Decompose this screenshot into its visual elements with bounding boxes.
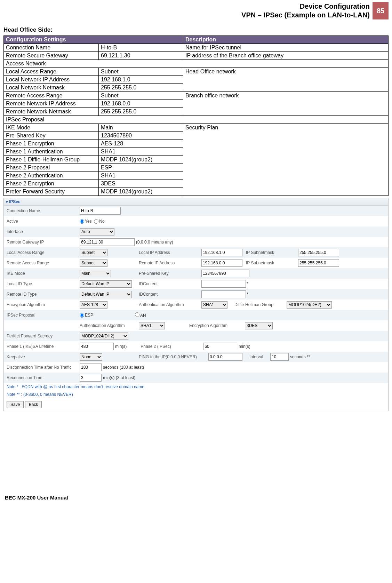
local-access-range-select[interactable]: Subnet bbox=[80, 249, 107, 256]
interval-input[interactable] bbox=[270, 353, 289, 361]
remote-idcontent-input[interactable] bbox=[201, 290, 246, 298]
cell: Remote Access Range bbox=[4, 92, 99, 100]
local-subnet-input[interactable] bbox=[298, 249, 339, 256]
cell: Phase 1 Authentication bbox=[4, 148, 99, 156]
lbl-ipsn2: IP Subnetmask bbox=[246, 261, 298, 265]
cell: Prefer Forward Security bbox=[4, 188, 99, 196]
cell: Phase 2 Authentication bbox=[4, 172, 99, 180]
page-number: 85 bbox=[373, 2, 389, 19]
ah-radio[interactable] bbox=[135, 312, 139, 317]
local-idcontent-input[interactable] bbox=[201, 280, 246, 288]
ike-mode-select[interactable]: Main bbox=[80, 270, 111, 277]
cell: Subnet bbox=[99, 68, 183, 76]
recon-time-input[interactable] bbox=[80, 374, 102, 382]
lbl-p1life: Phase 1 (IKE)SA Lifetime bbox=[7, 344, 80, 349]
lbl-lar: Local Access Range bbox=[7, 250, 80, 255]
local-ip-input[interactable] bbox=[201, 249, 242, 256]
active-yes-radio[interactable] bbox=[80, 219, 84, 224]
lbl-idc2: IDContent bbox=[139, 292, 201, 297]
cell: Subnet bbox=[99, 92, 183, 100]
ping-ip-input[interactable] bbox=[208, 353, 242, 361]
cell: Phase 1 Encryption bbox=[4, 140, 99, 148]
p2-enc-select[interactable]: 3DES bbox=[245, 322, 273, 329]
cell: MODP 1024(group2) bbox=[99, 188, 183, 196]
lbl-enc2: Encryption Algorithm bbox=[189, 323, 245, 328]
cell: Phase 2 Proposal bbox=[4, 164, 99, 172]
lbl-dhg: Diffie-Hellman Group bbox=[234, 302, 287, 307]
cell: MODP 1024(group2) bbox=[99, 156, 183, 164]
ipsec-form-screenshot: IPSec Connection Name ActiveYes No Inter… bbox=[3, 198, 389, 411]
sec-label: seconds ** bbox=[290, 354, 310, 359]
cell: Remote Network IP Address bbox=[4, 100, 99, 108]
cell: Phase 2 Encryption bbox=[4, 180, 99, 188]
lbl-ridt: Remote ID Type bbox=[7, 292, 80, 297]
lbl-yes: Yes bbox=[85, 219, 92, 224]
lbl-keepalive: Keepalive bbox=[7, 354, 80, 359]
esp-radio[interactable] bbox=[80, 313, 84, 318]
th-settings: Configuration Settings bbox=[4, 36, 183, 44]
cell: IPSec Proposal bbox=[4, 116, 389, 124]
active-no-radio[interactable] bbox=[94, 219, 98, 224]
cell: Connection Name bbox=[4, 44, 99, 52]
section-title: Head Office Side: bbox=[3, 26, 389, 33]
cell: Main bbox=[99, 124, 183, 132]
th-desc: Description bbox=[183, 36, 389, 44]
p2-auth-select[interactable]: SHA1 bbox=[139, 322, 165, 329]
disc-time-input[interactable] bbox=[80, 364, 102, 371]
asterisk: * bbox=[247, 292, 248, 297]
cell: Name for IPSec tunnel bbox=[183, 44, 389, 52]
lbl-interface: Interface bbox=[7, 229, 80, 234]
p2-lifetime-input[interactable] bbox=[203, 343, 237, 350]
keepalive-select[interactable]: None bbox=[80, 353, 102, 361]
cell: Security Plan bbox=[183, 124, 389, 196]
asterisk: * bbox=[247, 281, 248, 286]
rgw-hint: (0.0.0.0 means any) bbox=[136, 240, 173, 245]
local-id-type-select[interactable]: Default Wan IP bbox=[80, 280, 132, 288]
cell: 255.255.255.0 bbox=[99, 108, 183, 116]
footer-text: BEC MX-200 User Manual bbox=[3, 495, 389, 501]
pfs-select[interactable]: MODP1024(DH2) bbox=[80, 333, 128, 340]
cell: Access Network bbox=[4, 60, 389, 68]
cell: 1234567890 bbox=[99, 132, 183, 140]
remote-access-range-select[interactable]: Subnet bbox=[80, 259, 107, 267]
cell: 192.168.1.0 bbox=[99, 76, 183, 84]
header-line2: VPN – IPSec (Example on LAN-to-LAN) bbox=[241, 11, 370, 19]
p1-lifetime-input[interactable] bbox=[80, 343, 114, 350]
lbl-ipsn: IP Subnetmask bbox=[246, 250, 298, 255]
lbl-auth2: Authentication Algorithm bbox=[80, 323, 139, 328]
back-button[interactable]: Back bbox=[25, 401, 42, 408]
enc-alg-select[interactable]: AES-128 bbox=[80, 301, 107, 309]
lbl-recon: Reconnection Time bbox=[7, 375, 80, 380]
lbl-lip: Local IP Address bbox=[139, 250, 201, 255]
lbl-interval: Interval bbox=[249, 354, 270, 359]
auth-alg-select[interactable]: SHA1 bbox=[201, 301, 227, 309]
lbl-ipsecprop: IPSec Proposal bbox=[7, 313, 80, 318]
cell: 192.168.0.0 bbox=[99, 100, 183, 108]
note-2: Note ** : (0-3600, 0 means NEVER) bbox=[4, 391, 388, 398]
lbl-lidt: Local ID Type bbox=[7, 281, 80, 286]
lbl-enc: Encryption Algorithm bbox=[7, 302, 80, 307]
cell: H-to-B bbox=[99, 44, 183, 52]
remote-gateway-input[interactable] bbox=[80, 238, 135, 246]
cell: Local Network IP Address bbox=[4, 76, 99, 84]
dh-group-select[interactable]: MODP1024(DH2) bbox=[287, 301, 332, 309]
cell: Local Access Range bbox=[4, 68, 99, 76]
interface-select[interactable]: Auto bbox=[80, 228, 114, 235]
psk-input[interactable] bbox=[201, 270, 249, 277]
remote-ip-input[interactable] bbox=[201, 259, 242, 267]
remote-id-type-select[interactable]: Default Wan IP bbox=[80, 291, 132, 298]
cell: SHA1 bbox=[99, 148, 183, 156]
remote-subnet-input[interactable] bbox=[298, 259, 339, 267]
lbl-idc: IDContent bbox=[139, 281, 201, 286]
lbl-esp: ESP bbox=[85, 313, 93, 318]
lbl-rar: Remote Access Range bbox=[7, 261, 80, 265]
cell: Remote Secure Gateway bbox=[4, 52, 99, 60]
lbl-conn-name: Connection Name bbox=[7, 208, 80, 213]
cell: Head Office network bbox=[183, 68, 389, 92]
lbl-p2: Phase 2 (IPSec) bbox=[141, 344, 203, 349]
cell: Local Network Netmask bbox=[4, 84, 99, 92]
lbl-auth: Authentication Algorithm bbox=[139, 302, 201, 307]
save-button[interactable]: Save bbox=[7, 401, 24, 408]
connection-name-input[interactable] bbox=[80, 207, 121, 215]
lbl-pfs: Perfect Forward Secrecy bbox=[7, 334, 80, 338]
